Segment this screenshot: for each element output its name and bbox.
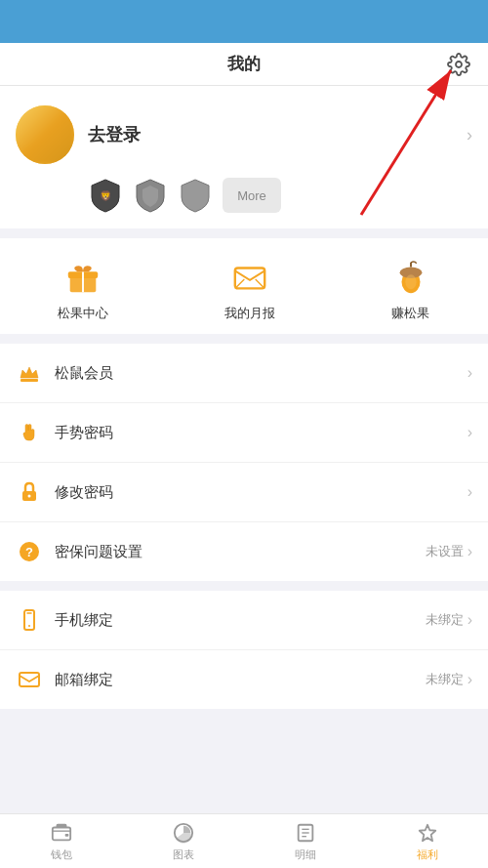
change-pwd-right: › — [468, 483, 472, 501]
security-question-arrow: › — [468, 543, 472, 560]
email-badge: 未绑定 — [426, 671, 464, 688]
wallet-icon — [51, 822, 72, 844]
gesture-label: 手势密码 — [55, 424, 468, 442]
page-wrapper: 我的 去登录 › 🦁 — [0, 0, 488, 868]
badges-row: 🦁 More — [16, 178, 472, 213]
settings-button[interactable] — [445, 51, 472, 78]
tab-benefit-label: 福利 — [417, 847, 438, 862]
tab-detail-label: 明细 — [295, 847, 316, 862]
security-question-label: 密保问题设置 — [55, 543, 426, 561]
tab-detail[interactable]: 明细 — [244, 821, 366, 862]
profile-arrow: › — [467, 125, 472, 145]
tab-bar: 钱包 图表 明细 — [0, 813, 488, 868]
page-title: 我的 — [227, 53, 261, 75]
email-right: 未绑定 › — [426, 671, 472, 688]
menu-item-email[interactable]: 邮箱绑定 未绑定 › — [0, 650, 488, 709]
avatar — [16, 105, 74, 164]
chart-icon-container — [172, 821, 195, 845]
gap-1 — [0, 228, 488, 238]
crown-icon — [18, 361, 41, 385]
question-icon-container: ? — [16, 538, 43, 565]
quick-action-songuo-center[interactable]: 松果中心 — [38, 254, 128, 326]
tab-benefit[interactable]: 福利 — [366, 821, 488, 862]
lock-icon-container — [16, 478, 43, 506]
svg-line-7 — [256, 279, 265, 289]
change-pwd-arrow: › — [468, 483, 472, 501]
gear-icon — [447, 53, 470, 76]
vip-arrow: › — [468, 364, 472, 382]
svg-rect-24 — [64, 833, 68, 836]
gift-icon-container — [63, 258, 102, 297]
detail-icon-container — [294, 821, 317, 845]
svg-text:?: ? — [25, 545, 33, 559]
more-badge[interactable]: More — [223, 178, 281, 213]
more-label: More — [237, 188, 266, 203]
email-arrow: › — [468, 671, 472, 688]
svg-rect-5 — [235, 269, 264, 289]
menu-item-phone[interactable]: 手机绑定 未绑定 › — [0, 591, 488, 650]
svg-text:🦁: 🦁 — [100, 189, 112, 202]
tab-chart[interactable]: 图表 — [122, 821, 244, 862]
phone-label: 手机绑定 — [55, 611, 426, 630]
security-question-badge: 未设置 — [426, 543, 464, 560]
gesture-arrow: › — [468, 424, 472, 441]
vip-label: 松鼠会员 — [55, 364, 468, 383]
tab-wallet[interactable]: 钱包 — [0, 821, 122, 862]
badge-item-2[interactable] — [133, 178, 168, 213]
svg-line-6 — [235, 279, 245, 289]
menu-item-vip[interactable]: 松鼠会员 › — [0, 344, 488, 403]
email-icon-container — [16, 666, 43, 693]
shield-icon-1: 🦁 — [90, 178, 121, 213]
menu-section-2: 手机绑定 未绑定 › 邮箱绑定 未绑定 › — [0, 591, 488, 709]
email-label: 邮箱绑定 — [55, 671, 426, 689]
crown-icon-container — [16, 359, 43, 387]
svg-rect-20 — [20, 673, 39, 686]
badge-item-3[interactable] — [178, 178, 213, 213]
menu-section-1: 松鼠会员 › 手势密码 › — [0, 344, 488, 581]
status-bar — [0, 0, 488, 43]
tab-wallet-label: 钱包 — [51, 847, 72, 862]
svg-point-14 — [28, 495, 31, 498]
phone-right: 未绑定 › — [426, 611, 472, 629]
monthly-report-label: 我的月报 — [224, 305, 275, 322]
quick-action-earn-points[interactable]: 赚松果 — [372, 254, 450, 326]
tab-chart-label: 图表 — [173, 847, 194, 862]
chart-icon — [173, 822, 194, 844]
benefit-icon — [417, 822, 438, 844]
profile-row[interactable]: 去登录 › — [16, 105, 472, 164]
svg-point-11 — [405, 274, 416, 289]
gap-3 — [0, 581, 488, 591]
acorn-icon — [392, 259, 429, 296]
email-icon — [18, 668, 41, 691]
shield-icon-3 — [180, 178, 211, 213]
gap-2 — [0, 334, 488, 344]
benefit-icon-container — [416, 821, 439, 845]
shield-icon-2 — [135, 178, 166, 213]
envelope-icon — [231, 259, 268, 296]
hand-icon-container — [16, 419, 43, 446]
gesture-right: › — [468, 424, 472, 441]
songuo-center-label: 松果中心 — [58, 305, 108, 322]
svg-point-18 — [28, 625, 30, 627]
quick-actions: 松果中心 我的月报 — [0, 238, 488, 334]
acorn-icon-container — [391, 258, 430, 297]
svg-rect-23 — [52, 827, 69, 840]
profile-section: 去登录 › 🦁 — [0, 86, 488, 228]
phone-icon — [18, 608, 41, 632]
header: 我的 — [0, 43, 488, 86]
menu-item-security-question[interactable]: ? 密保问题设置 未设置 › — [0, 522, 488, 581]
phone-icon-container — [16, 606, 43, 634]
svg-rect-12 — [20, 379, 38, 382]
badge-item-1[interactable]: 🦁 — [88, 178, 123, 213]
quick-action-monthly-report[interactable]: 我的月报 — [205, 254, 295, 326]
wallet-icon-container — [50, 821, 73, 845]
menu-item-gesture[interactable]: 手势密码 › — [0, 403, 488, 463]
gift-icon — [64, 259, 102, 296]
earn-points-label: 赚松果 — [391, 305, 429, 322]
phone-badge: 未绑定 — [426, 611, 464, 629]
menu-item-change-pwd[interactable]: 修改密码 › — [0, 463, 488, 522]
detail-icon — [295, 822, 316, 844]
question-icon: ? — [18, 540, 41, 563]
phone-arrow: › — [468, 611, 472, 629]
login-text: 去登录 — [88, 123, 467, 146]
